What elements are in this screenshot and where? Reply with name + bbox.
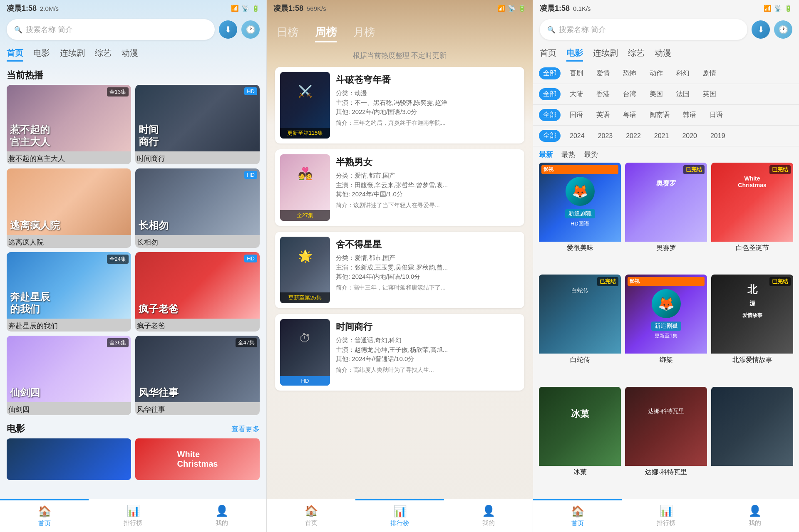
filter-mainland[interactable]: 大陆	[566, 88, 587, 100]
rank-item-3[interactable]: 🌟 更新至第25集 舍不得星星 分类：爱情,都市,国产 主演：张新成,王玉雯,吴…	[275, 232, 524, 308]
drama-card-2[interactable]: 时间商行 HD 时间商行	[135, 85, 260, 164]
rank-icon-1: 📊	[127, 505, 140, 517]
filter-2024[interactable]: 2024	[566, 131, 589, 141]
movie-preview-1[interactable]	[7, 438, 131, 480]
movie-card-3[interactable]: WhiteChristmas 已完结 白色圣诞节	[711, 163, 793, 270]
filter-cantonese[interactable]: 粤语	[619, 109, 640, 121]
filter-all-region[interactable]: 全部	[539, 88, 561, 100]
nav-tab-home[interactable]: 首页	[7, 46, 23, 62]
nav-tab-variety-3[interactable]: 综艺	[628, 46, 645, 62]
nav-tab-anime-3[interactable]: 动漫	[655, 46, 671, 62]
rank-info-3: 舍不得星星 分类：爱情,都市,国产 主演：张新成,王玉雯,吴俊霖,罗秋韵,曾..…	[336, 237, 519, 303]
movie-title-2: 奥赛罗	[625, 242, 707, 253]
filter-usa[interactable]: 美国	[645, 88, 667, 100]
fox-label-5: 新追剧狐	[651, 322, 681, 331]
drama-title-3: 逃离疯人院	[7, 235, 131, 248]
filter-hk[interactable]: 香港	[592, 88, 614, 100]
more-link[interactable]: 查看更多	[231, 424, 260, 434]
nav-tab-anime[interactable]: 动漫	[122, 46, 138, 62]
movie-card-5[interactable]: 🦊 新追剧狐 更新至1集 影视 绑架	[625, 275, 707, 382]
divider-2	[533, 104, 799, 105]
bottom-nav-rank-1[interactable]: 📊 排行榜	[89, 499, 177, 532]
movie-card-8[interactable]: 达娜·科特瓦里 达娜·科特瓦里	[625, 387, 707, 495]
filter-japanese[interactable]: 日语	[705, 109, 727, 121]
rank-item-2[interactable]: 💑 全27集 半熟男女 分类：爱情,都市,国产 主演：田馥薇,辛云来,张哲华,曾…	[275, 149, 524, 226]
rank-tab-weekly[interactable]: 周榜	[315, 25, 337, 42]
filter-2022[interactable]: 2022	[622, 131, 645, 141]
drama-card-6[interactable]: 疯子老爸 HD 疯子老爸	[135, 252, 260, 332]
history-button-3[interactable]: 🕐	[774, 20, 792, 39]
movie-card-6[interactable]: 北漂爱情故事 已完结 北漂爱情故事	[711, 275, 793, 382]
movie-card-2[interactable]: 奥赛罗 已完结 奥赛罗	[625, 163, 707, 270]
sort-best[interactable]: 最赞	[584, 150, 598, 159]
movie-card-1[interactable]: 🦊 新追剧狐 HD国语 影视 爱很美味	[539, 163, 621, 270]
download-button-1[interactable]: ⬇	[219, 20, 237, 39]
drama-card-8[interactable]: 风华往事 全47集 风华往事	[135, 336, 260, 415]
status-icons-1: 📶 📡 🔋	[231, 5, 260, 12]
nav-tab-movie[interactable]: 电影	[33, 46, 50, 62]
nav-tab-movie-3[interactable]: 电影	[566, 46, 583, 62]
filter-all-lang[interactable]: 全部	[539, 109, 561, 121]
my-icon-1: 👤	[215, 505, 228, 517]
drama-card-1[interactable]: 惹不起的宫主大人 全13集 惹不起的宫主大人	[7, 85, 131, 164]
filter-comedy[interactable]: 喜剧	[566, 67, 587, 79]
filter-taiwan[interactable]: 台湾	[619, 88, 640, 100]
movie-card-4[interactable]: 白蛇传 已完结 白蛇传	[539, 275, 621, 382]
rank-tab-monthly[interactable]: 月榜	[353, 25, 375, 42]
drama-card-5[interactable]: 奔赴星辰的我们 全24集 奔赴星辰的我们	[7, 252, 131, 332]
rank-item-4[interactable]: ⏱ HD 时间商行 分类：普通话,奇幻,科幻 主演：赵德龙,沁坤,王子傲,杨欣荣…	[275, 314, 524, 391]
filter-horror[interactable]: 恐怖	[619, 67, 640, 79]
filter-all-year[interactable]: 全部	[539, 130, 561, 142]
filter-minnan[interactable]: 闽南语	[645, 109, 674, 121]
search-input-1[interactable]: 🔍 搜索名称 简介	[7, 19, 215, 40]
nav-tab-variety[interactable]: 综艺	[95, 46, 112, 62]
rank-tab-daily[interactable]: 日榜	[277, 25, 298, 42]
filter-action[interactable]: 动作	[645, 67, 667, 79]
search-placeholder-1: 搜索名称 简介	[26, 25, 73, 35]
bottom-nav-my-3[interactable]: 👤 我的	[710, 499, 799, 532]
filter-drama[interactable]: 剧情	[699, 67, 720, 79]
history-button-1[interactable]: 🕐	[241, 20, 260, 39]
filter-2023[interactable]: 2023	[594, 131, 617, 141]
movie-badge-6: 已完结	[769, 277, 791, 286]
filter-2020[interactable]: 2020	[678, 131, 701, 141]
filter-2019[interactable]: 2019	[706, 131, 730, 141]
filter-mandarin[interactable]: 国语	[566, 109, 587, 121]
filter-all-genre[interactable]: 全部	[539, 67, 561, 79]
movie-card-9[interactable]	[711, 387, 793, 495]
rank-badge-4: HD	[280, 376, 330, 386]
search-input-3[interactable]: 🔍 搜索名称 简介	[540, 19, 747, 40]
movie-title-8: 达娜·科特瓦里	[625, 466, 707, 478]
filter-english[interactable]: 英语	[592, 109, 614, 121]
bottom-nav-rank-3[interactable]: 📊 排行榜	[622, 499, 710, 532]
bottom-nav-my-1[interactable]: 👤 我的	[178, 499, 266, 532]
bottom-nav-my-2[interactable]: 👤 我的	[444, 499, 533, 532]
bottom-nav-home-2[interactable]: 🏠 首页	[267, 499, 355, 532]
panel-home: 凌晨1:58 2.0M/s 📶 📡 🔋 🔍 搜索名称 简介 ⬇ 🕐 首页 电影 …	[0, 0, 266, 532]
drama-card-3[interactable]: 逃离疯人院 逃离疯人院	[7, 168, 131, 248]
drama-card-7[interactable]: 仙剑四 全36集 仙剑四	[7, 336, 131, 415]
sort-hottest[interactable]: 最热	[561, 150, 576, 159]
movie-preview-2[interactable]: WhiteChristmas	[135, 438, 260, 480]
download-button-3[interactable]: ⬇	[752, 20, 770, 39]
filter-uk[interactable]: 英国	[699, 88, 720, 100]
filter-2021[interactable]: 2021	[650, 131, 673, 141]
movie-card-7[interactable]: 冰菓 冰菓	[539, 387, 621, 495]
drama-card-4[interactable]: 长相勿 HD 长相勿	[135, 168, 260, 248]
nav-tab-series-3[interactable]: 连续剧	[593, 46, 618, 62]
rank-item-1[interactable]: ⚔️ 更新至第115集 斗破苍穹年番 分类：动漫 主演：不一、黑石稔,冯骏骅,陈…	[275, 67, 524, 144]
nav-tab-series[interactable]: 连续剧	[60, 46, 85, 62]
status-speed-2: 569K/s	[307, 5, 326, 12]
sort-newest[interactable]: 最新	[539, 150, 553, 159]
home-icon-3: 🏠	[571, 505, 584, 518]
bottom-nav-home-1[interactable]: 🏠 首页	[0, 499, 89, 532]
nav-tab-home-3[interactable]: 首页	[540, 46, 556, 62]
filter-scifi[interactable]: 科幻	[672, 67, 694, 79]
filter-korean[interactable]: 韩语	[679, 109, 700, 121]
rank-desc-3: 简介：高中三年，让蒋时延和唐漾结下了...	[336, 284, 519, 292]
bottom-nav-rank-2[interactable]: 📊 排行榜	[355, 499, 444, 532]
bottom-nav-home-3[interactable]: 🏠 首页	[533, 499, 622, 532]
battery-icon-3: 🔋	[784, 5, 792, 12]
filter-romance[interactable]: 爱情	[592, 67, 614, 79]
filter-france[interactable]: 法国	[672, 88, 694, 100]
